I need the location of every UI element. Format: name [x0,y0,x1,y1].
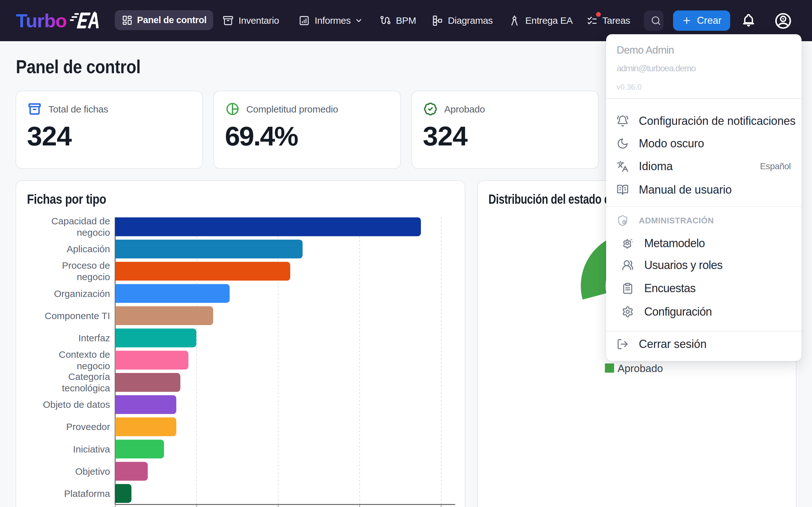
svg-text:negocio: negocio [77,227,110,238]
svg-text:negocio: negocio [77,360,110,371]
svg-text:Aplicación: Aplicación [67,244,110,254]
svg-text:Objetivo: Objetivo [75,466,110,476]
svg-text:Aprobado: Aprobado [618,362,663,374]
svg-text:Componente TI: Componente TI [45,311,110,321]
svg-text:Interfaz: Interfaz [78,333,110,343]
svg-text:Categoría: Categoría [68,372,110,382]
svg-text:Plataforma: Plataforma [64,488,110,499]
svg-text:negocio: negocio [77,272,110,282]
svg-text:Proceso de: Proceso de [62,260,110,271]
svg-text:Capacidad de: Capacidad de [51,216,110,226]
svg-text:tecnológica: tecnológica [62,383,110,393]
svg-text:Iniciativa: Iniciativa [73,444,110,454]
svg-text:Organización: Organización [54,288,110,299]
svg-text:Objeto de datos: Objeto de datos [43,399,110,410]
svg-text:Proveedor: Proveedor [66,421,110,432]
svg-text:Contexto de: Contexto de [59,349,110,360]
